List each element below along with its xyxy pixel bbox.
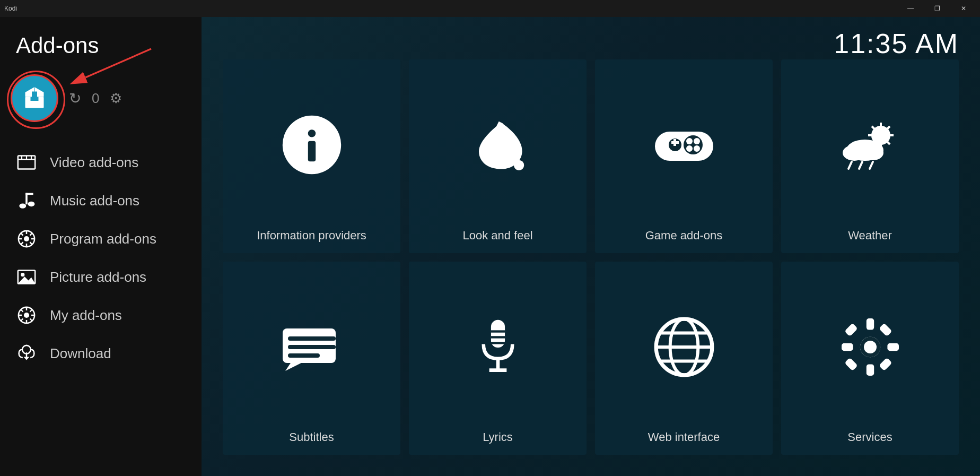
svg-point-41: [514, 160, 524, 170]
sidebar-item-label: Download: [50, 345, 111, 362]
svg-rect-91: [844, 357, 858, 370]
svg-rect-88: [887, 343, 899, 351]
sidebar-item-label: Video add-ons: [50, 154, 138, 171]
svg-rect-40: [308, 141, 315, 161]
sidebar-item-picture-addons[interactable]: Picture add-ons: [0, 258, 202, 296]
svg-point-47: [686, 145, 693, 152]
app-title: Kodi: [4, 5, 17, 12]
minimize-button[interactable]: —: [898, 0, 923, 17]
svg-marker-67: [285, 363, 301, 371]
weather-icon: [792, 70, 948, 220]
svg-point-39: [308, 129, 315, 137]
subtitles-icon: [233, 272, 390, 422]
program-icon: [16, 228, 37, 249]
sidebar-item-download[interactable]: Download: [0, 334, 202, 373]
svg-line-57: [886, 141, 890, 144]
tile-web-interface[interactable]: Web interface: [595, 262, 773, 455]
time-display: 11:35 AM: [834, 28, 959, 59]
svg-point-27: [21, 273, 24, 276]
tile-label: Information providers: [257, 229, 366, 243]
video-icon: [16, 152, 37, 173]
svg-line-24: [30, 233, 32, 235]
tile-information-providers[interactable]: Information providers: [223, 59, 400, 253]
svg-point-17: [24, 236, 29, 241]
svg-rect-68: [288, 336, 336, 341]
svg-rect-4: [31, 97, 39, 101]
tile-weather[interactable]: Weather: [781, 59, 959, 253]
picture-icon: [16, 266, 37, 288]
package-icon: [21, 85, 48, 111]
title-bar: Kodi — ❐ ✕: [0, 0, 980, 17]
tile-label: Services: [847, 430, 892, 444]
svg-point-46: [694, 138, 700, 144]
tile-label: Web interface: [648, 430, 720, 444]
main-container: Add-ons: [0, 17, 980, 476]
sidebar-nav: Video add-ons Music add-ons: [0, 143, 202, 373]
svg-point-84: [864, 341, 877, 353]
sidebar-item-label: My add-ons: [50, 307, 122, 324]
tile-game-addons[interactable]: Game add-ons: [595, 59, 773, 253]
addon-grid: Information providers Look and feel: [223, 59, 959, 455]
svg-marker-28: [18, 276, 35, 283]
svg-line-63: [848, 162, 852, 169]
svg-line-58: [886, 126, 890, 130]
svg-rect-50: [673, 139, 676, 146]
svg-point-12: [19, 203, 26, 208]
svg-line-22: [21, 233, 23, 235]
svg-marker-37: [24, 357, 30, 360]
svg-rect-70: [288, 353, 320, 358]
sidebar-item-video-addons[interactable]: Video add-ons: [0, 143, 202, 181]
svg-line-25: [21, 242, 23, 244]
tile-label: Lyrics: [483, 430, 513, 444]
sidebar-item-program-addons[interactable]: Program add-ons: [0, 220, 202, 258]
svg-line-56: [872, 126, 876, 130]
tile-services[interactable]: Services: [781, 262, 959, 455]
svg-rect-69: [288, 345, 336, 349]
tile-label: Look and feel: [462, 229, 532, 243]
services-icon: [792, 272, 948, 422]
tile-subtitles[interactable]: Subtitles: [223, 262, 400, 455]
tile-lyrics[interactable]: Lyrics: [409, 262, 587, 455]
update-count: 0: [92, 90, 99, 107]
svg-rect-92: [879, 357, 892, 370]
settings-icon[interactable]: ⚙: [110, 90, 122, 107]
download-icon: [16, 343, 37, 364]
svg-point-48: [694, 145, 700, 152]
svg-point-62: [862, 145, 883, 160]
my-addons-icon: [16, 305, 37, 326]
page-title: Add-ons: [0, 28, 202, 69]
addon-icons-row: ↻ 0 ⚙: [0, 69, 202, 138]
svg-point-44: [684, 135, 703, 154]
svg-point-45: [686, 138, 693, 144]
svg-line-65: [870, 162, 873, 169]
window-controls: — ❐ ✕: [898, 0, 976, 17]
svg-point-30: [24, 313, 29, 318]
svg-rect-90: [879, 323, 892, 336]
information-providers-icon: [233, 70, 390, 220]
svg-line-23: [30, 242, 32, 244]
svg-rect-87: [842, 343, 853, 351]
game-addons-icon: [606, 70, 762, 220]
sidebar-item-music-addons[interactable]: Music add-ons: [0, 181, 202, 220]
sidebar-item-label: Picture add-ons: [50, 269, 146, 285]
web-interface-icon: [606, 272, 762, 422]
content-area: 11:35 AM Information providers: [202, 17, 980, 476]
svg-rect-89: [844, 323, 858, 336]
tile-label: Game add-ons: [645, 229, 723, 243]
svg-point-13: [28, 202, 35, 206]
close-button[interactable]: ✕: [951, 0, 976, 17]
svg-rect-15: [25, 193, 33, 195]
tile-look-and-feel[interactable]: Look and feel: [409, 59, 587, 253]
svg-line-64: [859, 162, 862, 169]
addon-install-from-repo-button[interactable]: [11, 74, 58, 122]
sidebar-item-label: Music add-ons: [50, 193, 139, 209]
tile-label: Weather: [848, 229, 892, 243]
sidebar: Add-ons: [0, 17, 202, 476]
svg-rect-86: [866, 364, 873, 376]
look-and-feel-icon: [419, 70, 576, 220]
lyrics-icon: [419, 272, 576, 422]
svg-rect-85: [866, 318, 873, 330]
refresh-icon[interactable]: ↻: [69, 90, 81, 107]
sidebar-item-my-addons[interactable]: My add-ons: [0, 296, 202, 334]
maximize-button[interactable]: ❐: [925, 0, 949, 17]
